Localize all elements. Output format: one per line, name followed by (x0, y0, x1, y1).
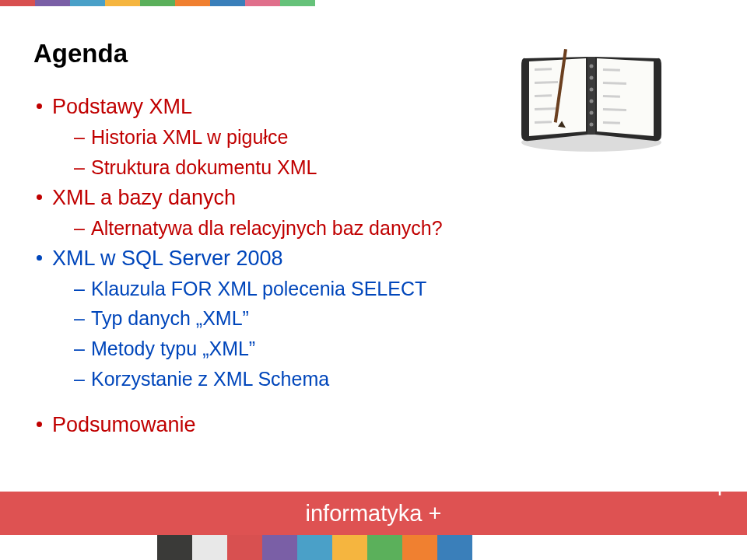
closing-item: Podsumowanie (33, 410, 716, 440)
footer-band: informatyka + 4 (0, 492, 747, 535)
agenda-subitem-text: Historia XML w pigułce (91, 126, 288, 148)
agenda-item: XML w SQL Server 2008Klauzula FOR XML po… (33, 243, 716, 394)
page-number: 4 (711, 475, 724, 501)
agenda-subitem-text: Klauzula FOR XML polecenia SELECT (91, 278, 426, 299)
slide-title: Agenda (33, 39, 716, 68)
agenda-subitem-text: Metody typu „XML” (91, 338, 255, 359)
agenda-item: Podstawy XMLHistoria XML w pigułceStrukt… (33, 92, 716, 183)
agenda-item-text: Podstawy XML (52, 95, 192, 118)
agenda-subitem: Struktura dokumentu XML (74, 152, 716, 183)
agenda-subitem: Typ danych „XML” (74, 303, 716, 334)
closing-list: Podsumowanie (33, 410, 716, 440)
agenda-sublist: Alternatywa dla relacyjnych baz danych? (74, 213, 716, 243)
closing-text: Podsumowanie (52, 413, 196, 436)
agenda-subitem: Metody typu „XML” (74, 334, 716, 364)
agenda-item-text: XML a bazy danych (52, 186, 236, 209)
agenda-subitem-text: Alternatywa dla relacyjnych baz danych? (91, 217, 443, 239)
slide-content: Agenda Podstawy XMLHistoria XML w pigułc… (33, 39, 716, 440)
agenda-item: XML a bazy danychAlternatywa dla relacyj… (33, 183, 716, 243)
agenda-sublist: Klauzula FOR XML polecenia SELECTTyp dan… (74, 274, 716, 394)
bottom-color-strip (157, 535, 472, 560)
agenda-subitem: Alternatywa dla relacyjnych baz danych? (74, 213, 716, 243)
agenda-subitem: Korzystanie z XML Schema (74, 364, 716, 394)
agenda-item-text: XML w SQL Server 2008 (52, 247, 283, 270)
agenda-sublist: Historia XML w pigułceStruktura dokument… (74, 122, 716, 183)
agenda-subitem-text: Struktura dokumentu XML (91, 156, 317, 178)
agenda-subitem-text: Typ danych „XML” (91, 307, 249, 329)
agenda-subitem: Historia XML w pigułce (74, 122, 716, 152)
top-color-strip (0, 0, 315, 6)
agenda-subitem: Klauzula FOR XML polecenia SELECT (74, 274, 716, 304)
footer-label: informatyka + (306, 501, 442, 527)
agenda-list: Podstawy XMLHistoria XML w pigułceStrukt… (33, 92, 716, 394)
agenda-subitem-text: Korzystanie z XML Schema (91, 368, 329, 390)
